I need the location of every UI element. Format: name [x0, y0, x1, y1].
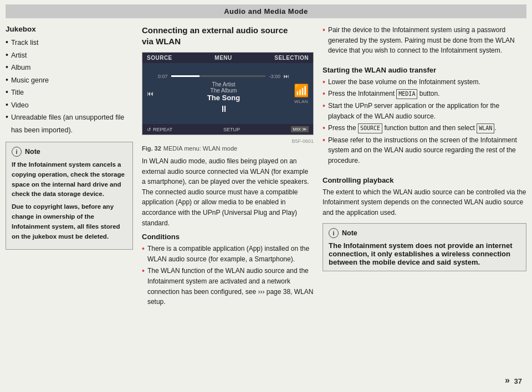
list-item: Unreadable files (an unsupported file ha…	[6, 111, 133, 136]
list-item: Track list	[6, 37, 133, 49]
page-container: Audio and Media Mode Jukebox Track list …	[0, 0, 532, 392]
repeat-btn[interactable]: ↺ REPEAT	[147, 127, 172, 132]
heading-line2: via WLAN	[142, 37, 181, 46]
progress-fill	[171, 75, 200, 77]
right-column: • Pair the device to the Infotainment sy…	[323, 25, 526, 271]
note-icon: i	[12, 147, 22, 157]
wlan-item-text-2: Press the Infotainment MEDIA button.	[328, 89, 440, 99]
heading-line1: Connecting an external audio source	[142, 25, 288, 35]
media-badge: MEDIA	[396, 89, 417, 99]
list-item: Album	[6, 61, 133, 74]
wlan-item-1: • Lower the base volume on the Infotainm…	[323, 77, 526, 87]
wlan-item-text-4: Press the SOURCE function button and the…	[328, 123, 497, 133]
right-note-header: i Note	[329, 228, 520, 238]
right-note-label: Note	[342, 229, 357, 237]
note-text-2: Due to copyright laws, before any change…	[12, 202, 127, 241]
bullet-dot-2: •	[142, 266, 145, 276]
right-body-text: Pair the device to the Infotainment syst…	[328, 25, 526, 56]
content-area: Jukebox Track list Artist Album Music ge…	[6, 25, 526, 309]
wlan-item-text-5: Please refer to the instructions on the …	[328, 135, 526, 166]
bullet-dot-w5: •	[323, 135, 325, 145]
album-text: The Album	[158, 87, 289, 94]
time-remaining: -3:00	[269, 74, 280, 79]
song-text: The Song	[158, 94, 289, 102]
prev-btn[interactable]: ⏮	[147, 90, 154, 97]
right-bullet-pair: • Pair the device to the Infotainment sy…	[323, 25, 526, 56]
middle-column: Connecting an external audio source via …	[142, 25, 314, 309]
player-info: 0:07 -3:00 ⏭ The Artist The Album The So…	[158, 73, 289, 114]
page-number: 37	[514, 377, 522, 385]
fig-code: B5F-0601	[142, 138, 314, 144]
chevron-right-icon: »	[505, 375, 510, 385]
player-content: ⏮ 0:07 -3:00 ⏭ The Artist The Album	[142, 63, 313, 124]
wlan-badge: WLAN	[477, 123, 494, 133]
note-label: Note	[25, 148, 40, 156]
wlan-body-text: In WLAN audio mode, audio files being pl…	[142, 156, 314, 228]
repeat-icon: ↺	[147, 127, 151, 132]
wlan-item-5: • Please refer to the instructions on th…	[323, 135, 526, 166]
right-note-text: The Infotainment system does not provide…	[329, 241, 520, 266]
header-bar: Audio and Media Mode	[6, 4, 526, 18]
list-item: Title	[6, 86, 133, 99]
wlan-icon: 📶	[294, 84, 309, 98]
artist-text: The Artist	[158, 81, 289, 87]
list-item: Video	[6, 99, 133, 112]
left-note-box: i Note If the Infotainment system cancel…	[6, 142, 133, 250]
fig-caption: Fig. 32 MEDIA menu: WLAN mode	[142, 145, 314, 152]
fig-number: Fig. 32	[142, 145, 161, 152]
wlan-icon-area: 📶 WLAN	[294, 84, 309, 104]
play-pause-btn[interactable]: ⏸	[158, 104, 289, 114]
mix-btn[interactable]: MIX ≫	[291, 126, 309, 132]
controlling-title: Controlling playback	[323, 176, 526, 184]
condition-item-1: • There is a compatible application (App…	[142, 244, 314, 264]
source-label: SOURCE	[147, 55, 172, 61]
controlling-text: The extent to which the WLAN audio sourc…	[323, 187, 526, 218]
time-elapsed: 0:07	[158, 74, 168, 79]
jukebox-bullet-list: Track list Artist Album Music genre Titl…	[6, 37, 133, 136]
menu-label: MENU	[214, 55, 232, 61]
wlan-section-heading: Connecting an external audio source via …	[142, 25, 314, 47]
right-note-icon: i	[329, 228, 339, 238]
wlan-item-text-3: Start the UPnP server application or the…	[328, 101, 526, 121]
bullet-dot: •	[142, 244, 145, 254]
wlan-label-text: WLAN	[294, 99, 308, 104]
wlan-item-2: • Press the Infotainment MEDIA button.	[323, 89, 526, 99]
bullet-dot-w1: •	[323, 77, 325, 87]
setup-label: SETUP	[223, 127, 240, 132]
jukebox-title: Jukebox	[6, 25, 133, 33]
media-player: SOURCE MENU SELECTION ⏮ 0:07	[142, 52, 314, 135]
right-bullet-dot: •	[323, 25, 325, 35]
next-mini-btn[interactable]: ⏭	[284, 73, 289, 79]
condition-text-2: The WLAN function of the WLAN audio sour…	[147, 266, 314, 307]
selection-label: SELECTION	[274, 55, 309, 61]
fig-caption-text: MEDIA menu: WLAN mode	[163, 145, 237, 152]
note-header: i Note	[12, 147, 127, 157]
progress-bar[interactable]	[171, 75, 266, 77]
mix-badge: MIX ≫	[291, 126, 309, 132]
condition-item-2: • The WLAN function of the WLAN audio so…	[142, 266, 314, 307]
player-bottom-bar: ↺ REPEAT SETUP MIX ≫	[142, 124, 313, 135]
bullet-dot-w2: •	[323, 89, 325, 99]
wlan-item-text-1: Lower the base volume on the Infotainmen…	[328, 77, 480, 87]
list-item: Artist	[6, 49, 133, 62]
conditions-title: Conditions	[142, 233, 314, 241]
wlan-item-3: • Start the UPnP server application or t…	[323, 101, 526, 121]
note-text-1: If the Infotainment system cancels a cop…	[12, 160, 127, 199]
player-time-bar: 0:07 -3:00 ⏭	[158, 73, 289, 79]
setup-btn[interactable]: SETUP	[223, 127, 240, 132]
repeat-label: REPEAT	[153, 127, 172, 132]
wlan-item-4: • Press the SOURCE function button and t…	[323, 123, 526, 133]
bullet-dot-w4: •	[323, 123, 325, 133]
source-badge: SOURCE	[358, 123, 382, 133]
player-top-bar: SOURCE MENU SELECTION	[142, 53, 313, 63]
wlan-transfer-title: Starting the WLAN audio transfer	[323, 66, 526, 74]
left-column: Jukebox Track list Artist Album Music ge…	[6, 25, 133, 250]
condition-text-1: There is a compatible application (App) …	[147, 244, 314, 264]
list-item: Music genre	[6, 74, 133, 87]
bullet-dot-w3: •	[323, 101, 325, 111]
right-note-box: i Note The Infotainment system does not …	[323, 223, 526, 271]
player-controls-left: ⏮	[147, 90, 154, 97]
header-title: Audio and Media Mode	[224, 7, 308, 16]
